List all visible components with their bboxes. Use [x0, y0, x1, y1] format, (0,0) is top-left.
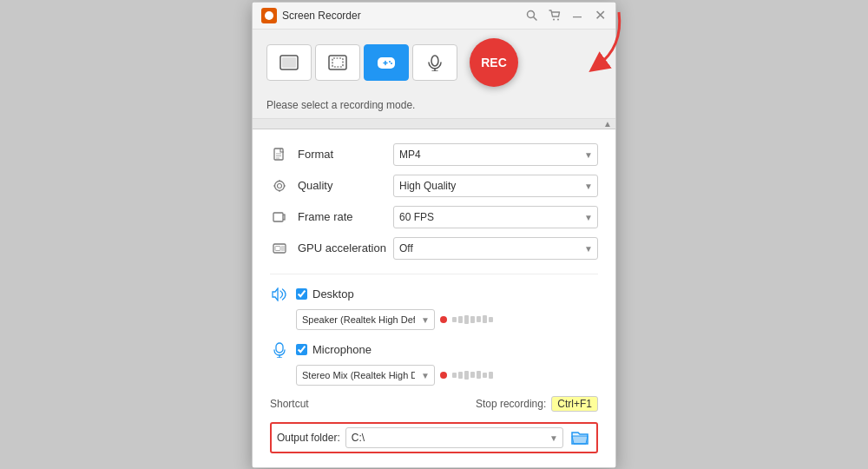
settings-section: Format MP4 AVI MOV GIF ▼: [270, 143, 598, 260]
mic-bar-1: [452, 373, 457, 378]
mic-bar-6: [483, 373, 487, 378]
format-row: Format MP4 AVI MOV GIF ▼: [270, 143, 598, 166]
microphone-audio-section: Microphone Stereo Mix (Realtek High D...…: [270, 340, 598, 386]
vol-bar-7: [489, 317, 493, 322]
mic-bar-7: [489, 372, 493, 379]
svg-line-1: [534, 17, 537, 20]
svg-point-11: [389, 61, 391, 63]
titlebar-controls: – ✕: [525, 9, 607, 23]
browse-folder-button[interactable]: [569, 427, 591, 448]
quality-select[interactable]: High Quality Standard Quality Low Qualit…: [393, 175, 598, 197]
svg-rect-31: [275, 246, 280, 250]
desktop-audio-row: Desktop: [270, 285, 598, 304]
app-icon: [261, 8, 277, 23]
titlebar-left: Screen Recorder: [261, 8, 361, 23]
minimize-button[interactable]: –: [570, 9, 584, 23]
vol-bar-3: [464, 315, 469, 324]
svg-rect-26: [273, 213, 283, 221]
titlebar: Screen Recorder – ✕: [253, 3, 615, 30]
toolbar-section: REC Please select a recording mode.: [253, 30, 615, 119]
desktop-device-row: Speaker (Realtek High Defi... ▼: [296, 309, 598, 330]
gpu-select[interactable]: Off On: [393, 237, 598, 260]
vol-bar-2: [458, 316, 463, 323]
shortcut-stop-label: Stop recording:: [476, 398, 546, 410]
vol-bar-5: [477, 316, 481, 322]
microphone-label: Microphone: [312, 343, 372, 356]
gpu-dropdown-wrapper: Off On ▼: [393, 237, 598, 260]
svg-point-13: [431, 56, 438, 66]
format-label: Format: [298, 148, 393, 161]
vol-bar-4: [470, 316, 475, 323]
svg-point-3: [557, 18, 559, 20]
desktop-audio-section: Desktop Speaker (Realtek High Defi... ▼: [270, 285, 598, 330]
shortcut-label: Shortcut: [270, 398, 309, 410]
microphone-audio-row: Microphone: [270, 340, 598, 360]
microphone-device-dropdown-wrapper: Stereo Mix (Realtek High D... ▼: [296, 365, 435, 386]
vol-bar-6: [483, 315, 487, 323]
svg-line-28: [283, 215, 285, 215]
mode-btn-fullscreen[interactable]: [266, 44, 312, 81]
mic-bar-5: [477, 371, 481, 379]
microphone-volume-dot: [440, 372, 447, 379]
mic-bar-2: [458, 372, 463, 379]
microphone-checkbox[interactable]: [296, 344, 307, 355]
svg-line-29: [283, 219, 285, 220]
svg-rect-7: [332, 58, 343, 67]
framerate-row: Frame rate 60 FPS 30 FPS 24 FPS 15 FPS ▼: [270, 206, 598, 228]
main-window: Screen Recorder – ✕: [252, 2, 616, 468]
output-folder-section: Output folder: C:\ ▼: [270, 422, 598, 453]
gpu-icon: [270, 239, 289, 258]
microphone-checkbox-wrap: [296, 344, 307, 355]
rec-button[interactable]: REC: [470, 38, 518, 87]
gpu-row: GPU acceleration Off On ▼: [270, 237, 598, 260]
mode-btn-audio[interactable]: [412, 44, 457, 81]
rec-label: REC: [481, 56, 507, 69]
format-select[interactable]: MP4 AVI MOV GIF: [393, 143, 598, 166]
mode-btn-game[interactable]: [364, 44, 409, 81]
microphone-device-row: Stereo Mix (Realtek High D... ▼: [296, 365, 598, 386]
vol-bar-1: [452, 317, 457, 322]
main-content: Format MP4 AVI MOV GIF ▼: [253, 129, 615, 467]
desktop-volume-bars: [452, 315, 493, 324]
cart-icon[interactable]: [548, 9, 562, 23]
format-dropdown-wrapper: MP4 AVI MOV GIF ▼: [393, 143, 598, 166]
quality-dropdown-wrapper: High Quality Standard Quality Low Qualit…: [393, 175, 598, 197]
quality-icon: [270, 176, 289, 195]
quality-label: Quality: [298, 179, 393, 192]
hint-text: Please select a recording mode.: [266, 94, 602, 118]
mic-bar-3: [464, 371, 469, 380]
mic-bar-4: [470, 372, 475, 378]
close-button[interactable]: ✕: [593, 9, 607, 23]
svg-point-12: [391, 63, 392, 64]
output-path-select[interactable]: C:\: [345, 427, 563, 448]
svg-point-2: [553, 18, 555, 20]
quality-row: Quality High Quality Standard Quality Lo…: [270, 175, 598, 197]
format-icon: [270, 145, 289, 164]
desktop-device-dropdown-wrapper: Speaker (Realtek High Defi... ▼: [296, 309, 435, 330]
framerate-dropdown-wrapper: 60 FPS 30 FPS 24 FPS 15 FPS ▼: [393, 206, 598, 228]
mode-btn-region[interactable]: [315, 44, 360, 81]
scroll-indicator: ▲: [253, 119, 615, 129]
desktop-device-select[interactable]: Speaker (Realtek High Defi...: [296, 309, 435, 330]
desktop-checkbox-wrap: [296, 288, 307, 300]
shortcut-row: Shortcut Stop recording: Ctrl+F1: [270, 396, 598, 412]
svg-rect-5: [282, 57, 296, 68]
framerate-select[interactable]: 60 FPS 30 FPS 24 FPS 15 FPS: [393, 206, 598, 228]
search-icon[interactable]: [525, 9, 539, 23]
desktop-audio-icon: [270, 285, 289, 304]
microphone-device-select[interactable]: Stereo Mix (Realtek High D...: [296, 365, 435, 386]
output-folder-label: Output folder:: [277, 432, 340, 444]
gpu-label: GPU acceleration: [298, 241, 393, 254]
shortcut-key: Ctrl+F1: [551, 396, 598, 412]
desktop-checkbox[interactable]: [296, 288, 307, 300]
mode-buttons: REC: [266, 38, 602, 94]
microphone-volume-bars: [452, 371, 493, 380]
window-title: Screen Recorder: [282, 10, 361, 22]
framerate-icon: [270, 208, 289, 227]
svg-point-21: [278, 183, 282, 188]
output-path-dropdown-wrapper: C:\ ▼: [345, 427, 563, 448]
svg-point-20: [275, 181, 285, 190]
desktop-label: Desktop: [312, 287, 354, 301]
app-icon-inner: [265, 11, 273, 20]
svg-rect-34: [276, 343, 283, 353]
